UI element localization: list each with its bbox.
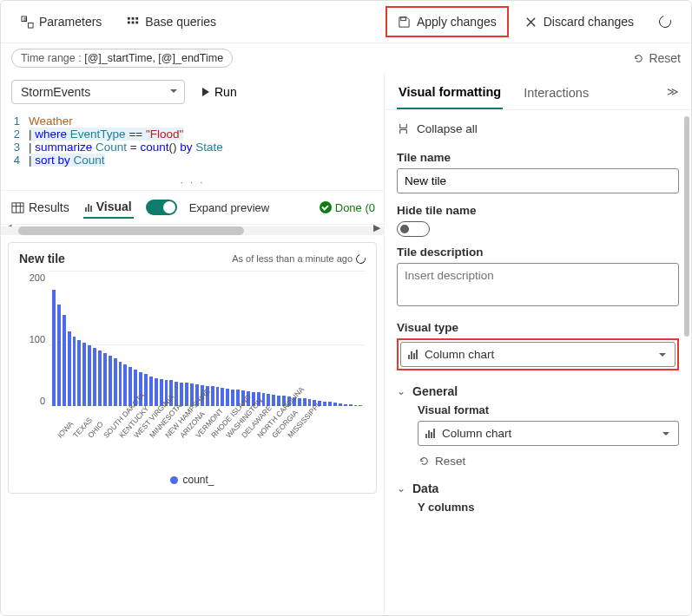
refresh-icon — [658, 15, 672, 29]
bar[interactable] — [231, 390, 234, 407]
bar[interactable] — [216, 387, 220, 406]
datasource-value: StormEvents — [21, 85, 90, 99]
tile-desc-label: Tile description — [397, 246, 679, 259]
bar[interactable] — [303, 398, 306, 406]
filter-row: Time range : [@]_startTime, [@]_endTime … — [1, 43, 691, 73]
collapse-all-label: Collapse all — [417, 122, 478, 135]
bar[interactable] — [82, 343, 86, 406]
horizontal-scroll[interactable]: ◀ ▶ — [1, 225, 384, 242]
svg-text:@: @ — [23, 16, 27, 21]
bar[interactable] — [63, 315, 66, 406]
svg-rect-3 — [128, 16, 130, 19]
bar[interactable] — [73, 337, 76, 406]
discard-changes-label: Discard changes — [544, 15, 634, 29]
tab-results[interactable]: Results — [10, 197, 71, 218]
bar[interactable] — [119, 362, 122, 406]
tab-visual-formatting[interactable]: Visual formatting — [397, 82, 503, 109]
expand-preview-toggle[interactable] — [146, 200, 177, 215]
result-tabs: Results Visual Expand preview Done (0 — [1, 190, 384, 225]
refresh-icon[interactable] — [354, 252, 367, 265]
tile-desc-input[interactable] — [397, 263, 679, 306]
bar[interactable] — [123, 364, 127, 406]
chevron-down-icon: ⌄ — [397, 385, 405, 397]
visual-format-select[interactable]: Column chart — [418, 421, 679, 446]
apply-changes-button[interactable]: Apply changes — [389, 10, 505, 34]
y-columns-label: Y columns — [418, 501, 679, 514]
visual-type-select[interactable]: Column chart — [400, 342, 676, 367]
parameters-icon: @ — [20, 15, 34, 29]
bar[interactable] — [344, 404, 347, 406]
time-range-value: [@]_startTime, [@]_endTime — [84, 52, 223, 64]
bar[interactable] — [103, 353, 107, 406]
right-scrollbar[interactable] — [684, 116, 689, 606]
bar[interactable] — [277, 396, 280, 406]
visual-format-label: Visual format — [418, 403, 679, 416]
bar[interactable] — [185, 383, 188, 406]
time-range-prefix: Time range : — [21, 52, 84, 64]
status-done: Done (0 — [320, 201, 375, 214]
left-pane: StormEvents Run 1Weather2| where EventTy… — [1, 73, 385, 614]
discard-changes-button[interactable]: Discard changes — [516, 10, 643, 34]
table-icon — [11, 201, 24, 214]
bar[interactable] — [144, 374, 148, 406]
base-queries-button[interactable]: Base queries — [117, 10, 225, 34]
run-label: Run — [214, 85, 237, 99]
bar[interactable] — [155, 378, 158, 406]
bar[interactable] — [221, 388, 224, 406]
tab-visual-label: Visual — [96, 200, 132, 213]
bar[interactable] — [211, 386, 214, 406]
base-queries-label: Base queries — [145, 15, 216, 29]
bar[interactable] — [88, 345, 91, 406]
tab-visual[interactable]: Visual — [83, 196, 134, 219]
expand-panel-icon[interactable]: ≫ — [667, 85, 679, 107]
bar[interactable] — [359, 405, 362, 406]
resize-handle[interactable]: · · · — [1, 174, 384, 190]
bar[interactable] — [98, 351, 102, 406]
refresh-button[interactable] — [649, 10, 681, 34]
bar[interactable] — [77, 340, 81, 406]
reset-visual-format[interactable]: Reset — [418, 455, 679, 468]
bar[interactable] — [52, 290, 56, 406]
undo-icon — [418, 455, 431, 468]
bar[interactable] — [354, 405, 358, 406]
reset-button[interactable]: Reset — [632, 51, 681, 65]
x-axis-labels: IOWATEXASOHIOSOUTH DAKOTAKENTUCKYWEST VI… — [49, 420, 366, 429]
right-tabs: Visual formatting Interactions ≫ — [385, 73, 691, 110]
formatting-panel: Collapse all Tile name Hide tile name Ti… — [385, 110, 691, 614]
bar[interactable] — [68, 331, 71, 406]
bar[interactable] — [339, 403, 342, 406]
bar[interactable] — [349, 404, 353, 406]
bar[interactable] — [333, 403, 337, 406]
bar[interactable] — [323, 402, 326, 406]
tab-interactions[interactable]: Interactions — [522, 82, 590, 108]
run-button[interactable]: Run — [194, 81, 246, 103]
bar[interactable] — [93, 348, 96, 406]
bar[interactable] — [180, 383, 183, 406]
section-data[interactable]: ⌄ Data — [397, 482, 679, 495]
tile-name-label: Tile name — [397, 151, 679, 164]
visual-type-highlight: Column chart — [397, 338, 679, 370]
bar[interactable] — [149, 377, 153, 406]
hide-tile-toggle[interactable] — [397, 221, 430, 237]
collapse-all-button[interactable]: Collapse all — [397, 119, 679, 146]
bar[interactable] — [57, 305, 61, 406]
section-general-label: General — [412, 384, 458, 398]
bar[interactable] — [114, 358, 117, 406]
visual-type-value: Column chart — [425, 348, 494, 361]
chevron-down-icon: ⌄ — [397, 482, 405, 495]
hide-tile-label: Hide tile name — [397, 204, 679, 217]
bar[interactable] — [272, 395, 275, 406]
datasource-select[interactable]: StormEvents — [11, 80, 185, 104]
tile-name-input[interactable] — [397, 168, 679, 193]
query-editor[interactable]: 1Weather2| where EventType == "Flood"3| … — [1, 111, 384, 174]
section-general[interactable]: ⌄ General — [397, 384, 679, 398]
time-range-pill[interactable]: Time range : [@]_startTime, [@]_endTime — [11, 49, 233, 68]
bar[interactable] — [328, 402, 332, 406]
parameters-button[interactable]: @ Parameters — [11, 10, 110, 34]
undo-icon — [632, 52, 645, 65]
top-toolbar: @ Parameters Base queries Apply changes … — [1, 1, 691, 43]
bar[interactable] — [226, 389, 229, 406]
visual-type-label: Visual type — [397, 321, 679, 334]
bar[interactable] — [109, 356, 112, 406]
tile-title: New tile — [19, 252, 65, 265]
